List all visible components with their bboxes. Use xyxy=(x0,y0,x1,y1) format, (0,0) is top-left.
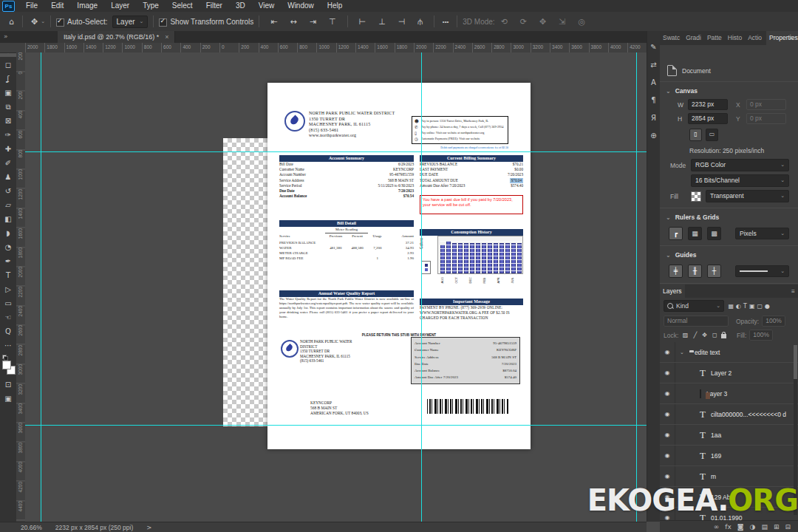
menu-item[interactable]: Filter xyxy=(200,0,229,12)
crop-tool[interactable]: ⧉ xyxy=(0,99,16,113)
canvas-x-input[interactable]: 0 px xyxy=(746,99,786,110)
libraries-panel-icon[interactable]: ⊕ xyxy=(650,132,656,140)
visibility-toggle[interactable]: ◉ xyxy=(660,404,675,424)
filter-smart-objects-icon[interactable]: ▢ xyxy=(756,303,764,310)
canvas-height-input[interactable]: 2854 px xyxy=(688,113,728,124)
healing-brush-tool[interactable]: ✚ xyxy=(0,141,16,155)
show-transform-checkbox[interactable] xyxy=(159,18,167,27)
grid-toggle-icon[interactable]: ▦ xyxy=(688,227,702,240)
panel-tab[interactable]: Actio xyxy=(745,31,765,45)
foreground-color-swatch[interactable] xyxy=(2,361,11,369)
layer-row[interactable]: ◉ T 169 xyxy=(660,446,798,466)
blend-mode-dropdown[interactable]: Normal xyxy=(664,316,729,327)
lock-move-icon[interactable]: ✥ xyxy=(701,332,709,338)
lock-all-icon[interactable] xyxy=(721,334,726,338)
panel-tab[interactable]: Patte xyxy=(704,31,725,45)
distribute-vertical-icon[interactable]: ⊥ xyxy=(375,17,389,27)
clone-stamp-tool[interactable]: ♟ xyxy=(0,169,16,183)
blur-tool[interactable]: ◗ xyxy=(0,225,16,239)
canvas-y-input[interactable]: 0 px xyxy=(746,113,786,124)
panel-menu-icon[interactable]: ≡ xyxy=(787,31,797,45)
marquee-tool[interactable]: ◻ xyxy=(0,57,16,71)
status-chevron-icon[interactable]: > xyxy=(146,524,151,531)
default-colors-icon[interactable] xyxy=(2,355,7,360)
color-mode-dropdown[interactable]: RGB Color ⌄ xyxy=(691,159,789,171)
3d-roll-icon[interactable]: ⟳ xyxy=(517,17,530,27)
menu-item[interactable]: Select xyxy=(166,0,200,12)
brush-tool[interactable]: ✐ xyxy=(0,155,16,169)
screen-mode-button[interactable]: ▣ xyxy=(0,391,16,405)
current-tool-icon[interactable]: ✥ xyxy=(28,17,41,27)
eyedropper-tool[interactable]: ✑ xyxy=(0,127,16,141)
menu-item[interactable]: Layer xyxy=(104,0,136,12)
canv-section-title[interactable]: ⌄ Canvas xyxy=(660,82,798,98)
guide-horizontal[interactable] xyxy=(25,151,647,152)
visibility-toggle[interactable]: ◉ xyxy=(660,425,675,445)
distribute-right-icon[interactable]: ⊣ xyxy=(395,17,409,27)
filter-pixel-layers-icon[interactable]: ▦ xyxy=(727,303,735,310)
fill-dropdown[interactable]: Transparent ⌄ xyxy=(706,190,789,202)
history-brush-tool[interactable]: ↺ xyxy=(0,183,16,197)
layer-row[interactable]: ◉ T 1aa xyxy=(660,425,798,446)
panel-tab[interactable]: Swatc xyxy=(660,31,683,45)
zoom-level-field[interactable]: 20.66% xyxy=(21,524,42,531)
layer-name[interactable]: Layer 2 xyxy=(711,369,732,377)
auto-select-target-dropdown[interactable]: Layer ⌄ xyxy=(112,16,149,28)
guide-vertical[interactable] xyxy=(421,52,422,522)
pen-tool[interactable]: ✒ xyxy=(0,253,16,267)
menu-item[interactable]: Image xyxy=(70,0,104,12)
tab-overflow-icon[interactable]: » xyxy=(4,33,8,40)
layer-mask-icon[interactable]: ◙ xyxy=(737,523,744,531)
distribute-horizontal-icon[interactable]: ⫛ xyxy=(415,17,426,27)
visibility-toggle[interactable]: ◉ xyxy=(660,342,675,362)
3d-pan-icon[interactable]: ✥ xyxy=(536,17,549,27)
more-tools[interactable]: ⋯ xyxy=(0,338,16,352)
hand-tool[interactable]: ☜ xyxy=(0,310,16,324)
lock-artboard-icon[interactable]: ◻ xyxy=(711,332,718,338)
visibility-toggle[interactable]: ◉ xyxy=(660,363,675,383)
guides-toggle-icon[interactable]: ╪ xyxy=(669,265,683,278)
smart-guides-toggle-icon[interactable]: ╫ xyxy=(688,265,702,278)
distribute-left-icon[interactable]: ⊢ xyxy=(356,17,369,27)
rulers-grids-section-title[interactable]: ⌄ Rulers & Grids xyxy=(660,208,798,224)
menu-item[interactable]: Help xyxy=(321,0,349,12)
filter-kind-dropdown[interactable]: Kind ⌄ xyxy=(664,300,724,312)
link-layers-icon[interactable]: ∞ xyxy=(714,523,720,531)
menu-item[interactable]: Edit xyxy=(44,0,70,12)
more-options-icon[interactable]: ••• xyxy=(440,18,451,25)
guide-vertical[interactable] xyxy=(41,52,41,522)
layer-effects-icon[interactable]: fx xyxy=(725,523,732,531)
clone-source-panel-icon[interactable]: ⇄ xyxy=(650,61,656,69)
guide-style-dropdown[interactable]: ⌄ xyxy=(735,265,789,277)
bit-depth-dropdown[interactable]: 16 Bits/Channel ⌄ xyxy=(691,174,789,187)
dodge-tool[interactable]: ◔ xyxy=(0,239,16,253)
visibility-toggle[interactable]: ◉ xyxy=(660,383,675,403)
scrollbar-thumb[interactable] xyxy=(794,345,797,379)
panel-tab[interactable]: Histo xyxy=(725,31,745,45)
lock-transparency-icon[interactable]: ▨ xyxy=(681,332,689,338)
tab-layers[interactable]: Layers xyxy=(660,284,685,298)
menu-item[interactable]: 3D xyxy=(229,0,252,12)
clear-guides-icon[interactable]: ┼ xyxy=(707,265,721,278)
landscape-orientation-button[interactable]: ▭ xyxy=(706,129,718,141)
portrait-orientation-button[interactable]: ▯ xyxy=(689,129,702,141)
align-left-icon[interactable]: ⇤ xyxy=(267,17,280,27)
filter-shape-layers-icon[interactable]: ▣ xyxy=(748,303,756,310)
ruler-corner[interactable] xyxy=(0,43,26,53)
3d-orbit-icon[interactable]: ⟲ xyxy=(498,17,511,27)
guide-vertical[interactable] xyxy=(636,52,637,522)
glyphs-panel-icon[interactable]: Я xyxy=(651,114,656,122)
new-layer-icon[interactable]: ⊞ xyxy=(774,523,780,531)
fill-value[interactable]: 100% xyxy=(749,330,773,341)
align-top-icon[interactable]: ⊤ xyxy=(326,17,339,27)
filter-toggle-icon[interactable]: ● xyxy=(764,303,771,310)
close-tab-icon[interactable]: × xyxy=(165,31,168,43)
lasso-tool[interactable]: ʆ xyxy=(0,71,16,85)
eraser-tool[interactable]: ▱ xyxy=(0,197,16,211)
ruler-toggle-icon[interactable]: ┏ xyxy=(669,227,683,240)
tool-preset-caret-icon[interactable]: ⌄ xyxy=(41,18,45,24)
panel-menu-icon[interactable]: ≡ xyxy=(788,284,798,298)
rectangle-tool[interactable]: ▭ xyxy=(0,296,16,310)
filter-type-layers-icon[interactable]: T xyxy=(743,303,748,310)
auto-select-checkbox[interactable] xyxy=(56,18,64,27)
